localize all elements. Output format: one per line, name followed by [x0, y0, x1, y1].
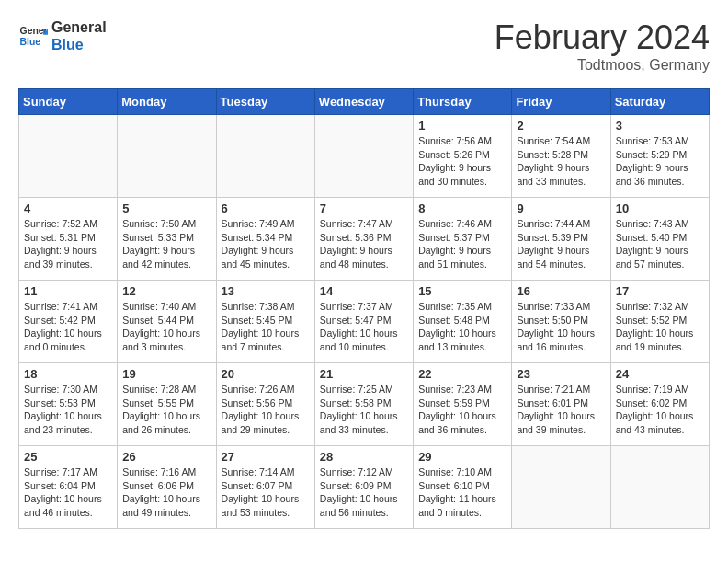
day-number: 16 — [517, 284, 605, 298]
day-info: Sunrise: 7:21 AM Sunset: 6:01 PM Dayligh… — [517, 383, 605, 437]
calendar-cell: 13Sunrise: 7:38 AM Sunset: 5:45 PM Dayli… — [216, 281, 314, 363]
calendar-cell: 1Sunrise: 7:56 AM Sunset: 5:26 PM Daylig… — [414, 115, 512, 198]
day-number: 5 — [122, 201, 210, 215]
calendar-cell: 14Sunrise: 7:37 AM Sunset: 5:47 PM Dayli… — [314, 281, 413, 363]
calendar-cell: 16Sunrise: 7:33 AM Sunset: 5:50 PM Dayli… — [512, 281, 610, 363]
day-info: Sunrise: 7:38 AM Sunset: 5:45 PM Dayligh… — [222, 300, 310, 354]
logo-text-general: General — [51, 18, 107, 36]
day-number: 22 — [418, 367, 506, 381]
day-info: Sunrise: 7:12 AM Sunset: 6:09 PM Dayligh… — [320, 465, 408, 520]
calendar-cell — [610, 446, 709, 529]
calendar-cell — [19, 115, 118, 198]
calendar-cell: 20Sunrise: 7:26 AM Sunset: 5:56 PM Dayli… — [216, 363, 314, 446]
calendar-cell — [118, 115, 216, 198]
page-header: General Blue General Blue February 2024 … — [18, 18, 710, 74]
day-info: Sunrise: 7:46 AM Sunset: 5:37 PM Dayligh… — [418, 217, 506, 271]
day-number: 12 — [122, 284, 210, 298]
logo-text-blue: Blue — [51, 36, 107, 53]
day-info: Sunrise: 7:17 AM Sunset: 6:04 PM Dayligh… — [24, 465, 112, 520]
calendar-cell: 8Sunrise: 7:46 AM Sunset: 5:37 PM Daylig… — [414, 198, 512, 281]
day-info: Sunrise: 7:14 AM Sunset: 6:07 PM Dayligh… — [222, 465, 310, 520]
calendar-cell: 10Sunrise: 7:43 AM Sunset: 5:40 PM Dayli… — [610, 198, 709, 281]
day-info: Sunrise: 7:49 AM Sunset: 5:34 PM Dayligh… — [222, 217, 310, 271]
day-number: 25 — [24, 450, 112, 464]
calendar-cell: 7Sunrise: 7:47 AM Sunset: 5:36 PM Daylig… — [314, 198, 413, 281]
calendar-cell: 24Sunrise: 7:19 AM Sunset: 6:02 PM Dayli… — [610, 363, 709, 446]
day-info: Sunrise: 7:50 AM Sunset: 5:33 PM Dayligh… — [122, 217, 210, 271]
weekday-header: Sunday — [19, 89, 118, 115]
day-number: 13 — [222, 284, 310, 298]
day-number: 6 — [222, 201, 310, 215]
calendar-cell: 12Sunrise: 7:40 AM Sunset: 5:44 PM Dayli… — [118, 281, 216, 363]
calendar-cell: 29Sunrise: 7:10 AM Sunset: 6:10 PM Dayli… — [414, 446, 512, 529]
svg-text:Blue: Blue — [20, 37, 41, 47]
calendar-cell: 2Sunrise: 7:54 AM Sunset: 5:28 PM Daylig… — [512, 115, 610, 198]
calendar-cell: 21Sunrise: 7:25 AM Sunset: 5:58 PM Dayli… — [314, 363, 413, 446]
calendar-cell: 5Sunrise: 7:50 AM Sunset: 5:33 PM Daylig… — [118, 198, 216, 281]
calendar-cell: 9Sunrise: 7:44 AM Sunset: 5:39 PM Daylig… — [512, 198, 610, 281]
calendar-cell — [512, 446, 610, 529]
calendar-cell: 11Sunrise: 7:41 AM Sunset: 5:42 PM Dayli… — [19, 281, 118, 363]
day-info: Sunrise: 7:43 AM Sunset: 5:40 PM Dayligh… — [616, 217, 704, 271]
day-info: Sunrise: 7:41 AM Sunset: 5:42 PM Dayligh… — [24, 300, 112, 354]
calendar-header-row: SundayMondayTuesdayWednesdayThursdayFrid… — [19, 89, 710, 115]
day-info: Sunrise: 7:54 AM Sunset: 5:28 PM Dayligh… — [517, 134, 605, 189]
calendar-cell: 22Sunrise: 7:23 AM Sunset: 5:59 PM Dayli… — [414, 363, 512, 446]
weekday-header: Monday — [118, 89, 216, 115]
title-block: February 2024 Todtmoos, Germany — [495, 18, 710, 74]
day-info: Sunrise: 7:37 AM Sunset: 5:47 PM Dayligh… — [320, 300, 408, 354]
day-number: 2 — [517, 119, 605, 132]
calendar-week-row: 18Sunrise: 7:30 AM Sunset: 5:53 PM Dayli… — [19, 363, 710, 446]
day-info: Sunrise: 7:33 AM Sunset: 5:50 PM Dayligh… — [517, 300, 605, 354]
calendar-cell: 25Sunrise: 7:17 AM Sunset: 6:04 PM Dayli… — [19, 446, 118, 529]
weekday-header: Saturday — [610, 89, 709, 115]
day-number: 4 — [24, 201, 112, 215]
day-number: 19 — [122, 367, 210, 381]
day-info: Sunrise: 7:40 AM Sunset: 5:44 PM Dayligh… — [122, 300, 210, 354]
day-number: 7 — [320, 201, 408, 215]
calendar-cell: 6Sunrise: 7:49 AM Sunset: 5:34 PM Daylig… — [216, 198, 314, 281]
day-number: 26 — [122, 450, 210, 464]
day-info: Sunrise: 7:23 AM Sunset: 5:59 PM Dayligh… — [418, 383, 506, 437]
day-info: Sunrise: 7:32 AM Sunset: 5:52 PM Dayligh… — [616, 300, 704, 354]
day-info: Sunrise: 7:10 AM Sunset: 6:10 PM Dayligh… — [418, 465, 506, 520]
calendar-week-row: 1Sunrise: 7:56 AM Sunset: 5:26 PM Daylig… — [19, 115, 710, 198]
logo: General Blue General Blue — [18, 18, 107, 53]
day-info: Sunrise: 7:19 AM Sunset: 6:02 PM Dayligh… — [616, 383, 704, 437]
calendar-week-row: 11Sunrise: 7:41 AM Sunset: 5:42 PM Dayli… — [19, 281, 710, 363]
calendar-cell: 19Sunrise: 7:28 AM Sunset: 5:55 PM Dayli… — [118, 363, 216, 446]
calendar-cell — [216, 115, 314, 198]
calendar-week-row: 25Sunrise: 7:17 AM Sunset: 6:04 PM Dayli… — [19, 446, 710, 529]
day-info: Sunrise: 7:28 AM Sunset: 5:55 PM Dayligh… — [122, 383, 210, 437]
calendar-cell: 28Sunrise: 7:12 AM Sunset: 6:09 PM Dayli… — [314, 446, 413, 529]
calendar-cell: 15Sunrise: 7:35 AM Sunset: 5:48 PM Dayli… — [414, 281, 512, 363]
day-number: 21 — [320, 367, 408, 381]
day-info: Sunrise: 7:47 AM Sunset: 5:36 PM Dayligh… — [320, 217, 408, 271]
calendar-cell: 26Sunrise: 7:16 AM Sunset: 6:06 PM Dayli… — [118, 446, 216, 529]
day-number: 9 — [517, 201, 605, 215]
calendar-week-row: 4Sunrise: 7:52 AM Sunset: 5:31 PM Daylig… — [19, 198, 710, 281]
weekday-header: Tuesday — [216, 89, 314, 115]
day-number: 27 — [222, 450, 310, 464]
day-number: 15 — [418, 284, 506, 298]
calendar-cell: 27Sunrise: 7:14 AM Sunset: 6:07 PM Dayli… — [216, 446, 314, 529]
day-number: 14 — [320, 284, 408, 298]
day-number: 8 — [418, 201, 506, 215]
day-number: 10 — [616, 201, 704, 215]
month-title: February 2024 — [495, 18, 710, 57]
calendar-cell: 3Sunrise: 7:53 AM Sunset: 5:29 PM Daylig… — [610, 115, 709, 198]
day-number: 23 — [517, 367, 605, 381]
calendar-cell: 4Sunrise: 7:52 AM Sunset: 5:31 PM Daylig… — [19, 198, 118, 281]
day-number: 18 — [24, 367, 112, 381]
day-number: 20 — [222, 367, 310, 381]
day-info: Sunrise: 7:53 AM Sunset: 5:29 PM Dayligh… — [616, 134, 704, 189]
day-info: Sunrise: 7:56 AM Sunset: 5:26 PM Dayligh… — [418, 134, 506, 189]
day-info: Sunrise: 7:26 AM Sunset: 5:56 PM Dayligh… — [222, 383, 310, 437]
day-info: Sunrise: 7:52 AM Sunset: 5:31 PM Dayligh… — [24, 217, 112, 271]
day-number: 11 — [24, 284, 112, 298]
location-title: Todtmoos, Germany — [495, 57, 710, 74]
day-info: Sunrise: 7:44 AM Sunset: 5:39 PM Dayligh… — [517, 217, 605, 271]
day-info: Sunrise: 7:16 AM Sunset: 6:06 PM Dayligh… — [122, 465, 210, 520]
day-info: Sunrise: 7:35 AM Sunset: 5:48 PM Dayligh… — [418, 300, 506, 354]
day-number: 28 — [320, 450, 408, 464]
